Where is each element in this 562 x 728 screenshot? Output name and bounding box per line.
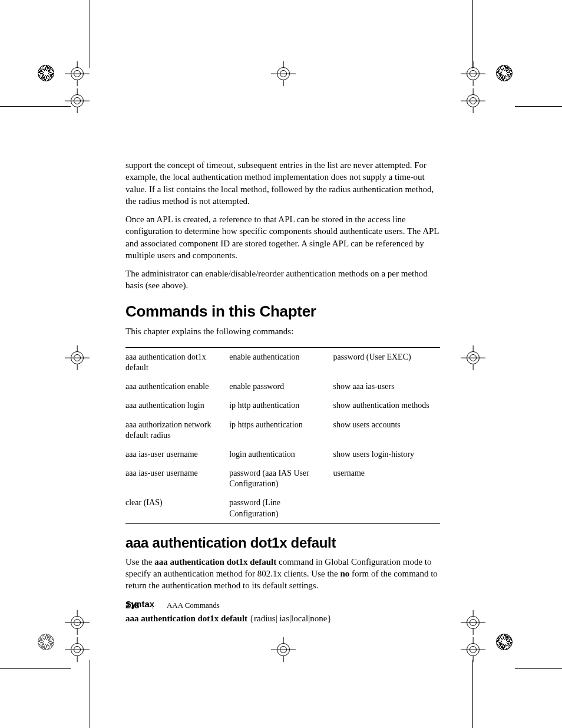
page-content: support the concept of timeout, subseque… [125, 159, 440, 631]
crop-mark [461, 331, 525, 396]
table-cell: username [333, 464, 440, 493]
guide-line [0, 668, 71, 669]
commands-table: aaa authentication dot1x defaultenable a… [125, 347, 440, 524]
table-cell: show users accounts [333, 416, 440, 445]
crop-mark [249, 47, 313, 112]
keyword-bold: no [340, 569, 349, 578]
command-description: Use the aaa authentication dot1x default… [125, 556, 440, 592]
section-heading-commands: Commands in this Chapter [125, 302, 440, 321]
syntax-args: {radius| ias|local|none} [247, 614, 332, 623]
command-name-bold: aaa authentication dot1x default [154, 557, 276, 566]
table-cell: show users login-history [333, 445, 440, 464]
guide-line [515, 106, 562, 107]
table-cell: aaa authentication dot1x default [125, 347, 229, 377]
table-cell: clear (IAS) [125, 493, 229, 523]
guide-line [90, 660, 90, 728]
page-footer: 218 | AAA Commands [125, 601, 220, 610]
table-cell: aaa ias-user username [125, 445, 229, 464]
table-row: aaa authentication loginip http authenti… [125, 396, 440, 415]
table-row: aaa authentication enableenable password… [125, 377, 440, 396]
table-cell: ip http authentication [229, 396, 333, 415]
table-cell: login authentication [229, 445, 333, 464]
crop-mark [42, 616, 107, 681]
table-row: aaa authorization network default radius… [125, 416, 440, 445]
crop-mark [461, 47, 525, 112]
table-cell: password (User EXEC) [333, 347, 440, 377]
table-cell: ip https authentication [229, 416, 333, 445]
table-cell [333, 493, 440, 523]
footer-separator: | [152, 601, 154, 610]
table-cell: aaa authentication login [125, 396, 229, 415]
section-heading-aaa-auth: aaa authentication dot1x default [125, 535, 440, 551]
guide-line [0, 106, 71, 107]
crop-mark [42, 47, 107, 112]
guide-line [472, 660, 473, 728]
body-paragraph: Once an APL is created, a reference to t… [125, 213, 440, 261]
table-cell: show authentication methods [333, 396, 440, 415]
section-intro: This chapter explains the following comm… [125, 325, 440, 337]
guide-line [472, 0, 473, 68]
crop-mark [42, 331, 107, 396]
table-cell: aaa ias-user username [125, 464, 229, 493]
body-paragraph: support the concept of timeout, subseque… [125, 159, 440, 207]
table-row: aaa ias-user usernamepassword (aaa IAS U… [125, 464, 440, 493]
table-cell: aaa authorization network default radius [125, 416, 229, 445]
table-cell: password (aaa IAS User Configuration) [229, 464, 333, 493]
page-number: 218 [125, 601, 139, 610]
table-row: clear (IAS)password (Line Configuration) [125, 493, 440, 523]
guide-line [515, 668, 562, 669]
body-paragraph: The administrator can enable/disable/reo… [125, 268, 440, 292]
table-cell: enable password [229, 377, 333, 396]
syntax-command-bold: aaa authentication dot1x default [125, 614, 247, 623]
table-cell: show aaa ias-users [333, 377, 440, 396]
table-cell: password (Line Configuration) [229, 493, 333, 523]
crop-mark [461, 616, 525, 681]
chapter-name: AAA Commands [167, 601, 220, 610]
table-cell: aaa authentication enable [125, 377, 229, 396]
table-row: aaa ias-user usernamelogin authenticatio… [125, 445, 440, 464]
table-cell: enable authentication [229, 347, 333, 377]
syntax-line: aaa authentication dot1x default {radius… [125, 612, 440, 624]
guide-line [90, 0, 90, 68]
text: Use the [125, 557, 154, 566]
table-row: aaa authentication dot1x defaultenable a… [125, 347, 440, 377]
